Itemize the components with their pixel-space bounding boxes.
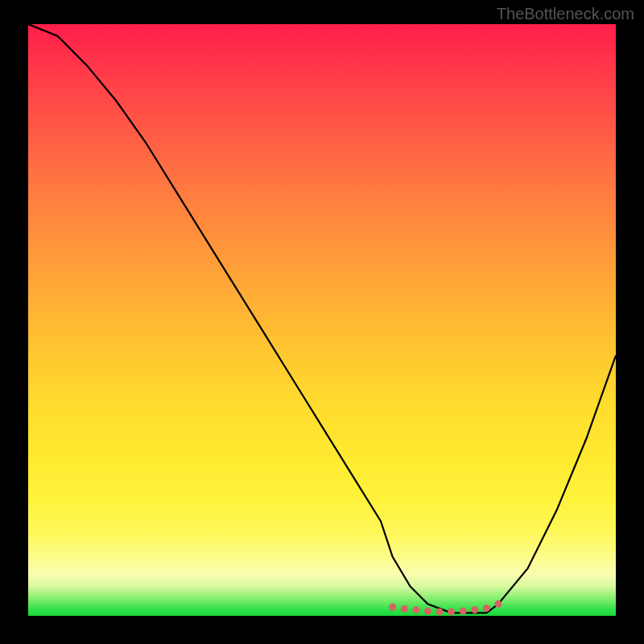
bottleneck-curve-path [28, 24, 616, 613]
watermark-text: TheBottleneck.com [497, 5, 634, 23]
chart-plot-area [28, 24, 616, 616]
highlight-dot [495, 601, 502, 608]
chart-svg [28, 24, 616, 616]
highlight-dot [412, 606, 419, 613]
highlight-dot [401, 605, 408, 613]
highlight-dot [389, 604, 396, 611]
highlight-dot [448, 608, 455, 615]
highlight-dot [460, 608, 467, 615]
highlight-dot [483, 605, 490, 612]
highlight-dot [436, 608, 444, 615]
highlight-dot [424, 608, 431, 615]
highlight-dot [471, 606, 478, 613]
